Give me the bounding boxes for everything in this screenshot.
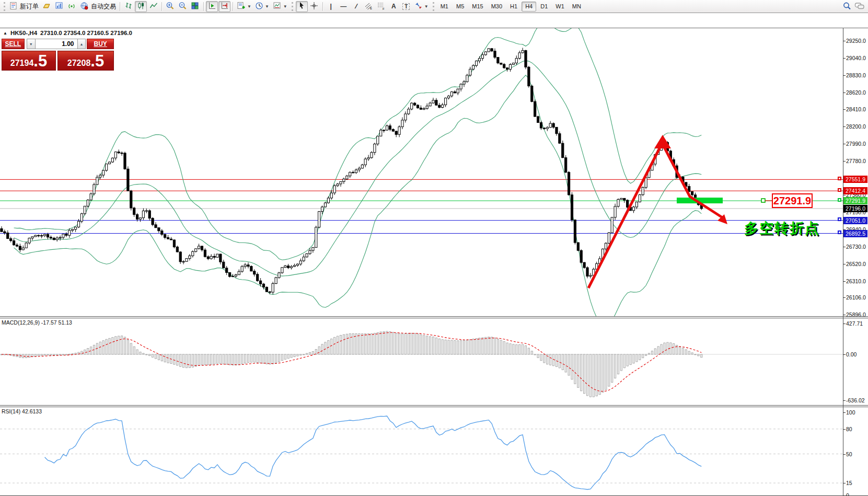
horizontal-line-tool[interactable]: —: [338, 1, 350, 12]
chart-shift-button[interactable]: [218, 1, 230, 12]
sell-price-frac: .5: [33, 53, 47, 69]
level-connector-square[interactable]: [838, 177, 841, 180]
sell-button[interactable]: SELL: [2, 39, 25, 49]
timeframe-h4[interactable]: H4: [522, 2, 536, 11]
timeframe-w1[interactable]: W1: [552, 2, 568, 11]
turning-point-annotation[interactable]: 多空转折点: [744, 219, 820, 238]
level-connector-square[interactable]: [838, 217, 841, 221]
toolbar-grip[interactable]: [292, 2, 293, 11]
toolbar-separator: [203, 2, 204, 11]
candlestick-chart-button[interactable]: [135, 1, 147, 12]
periods-button[interactable]: ▼: [253, 1, 271, 12]
channel-tool[interactable]: E: [363, 1, 375, 12]
chat-icon: [854, 2, 865, 11]
volume-increase-button[interactable]: ▲: [77, 39, 86, 49]
search-button[interactable]: [841, 1, 853, 12]
rsi-tick-label: 15: [846, 480, 852, 486]
zoom-out-icon: [178, 2, 187, 11]
new-order-icon: [9, 2, 18, 11]
ohlc-values: 27310.0 27354.0 27160.5 27196.0: [40, 30, 132, 36]
market-watch-button[interactable]: [41, 1, 53, 12]
macd-tick-label: -636.02: [846, 397, 865, 403]
zoom-out-button[interactable]: [177, 1, 189, 12]
toolbar-separator: [233, 2, 233, 11]
rsi-tick-label: 0: [846, 492, 849, 496]
main-chart[interactable]: [0, 28, 843, 316]
auto-trading-button[interactable]: 自动交易: [78, 1, 118, 12]
symbol-timeframe: HK50-,H4: [10, 30, 37, 36]
toolbar-grip[interactable]: [4, 2, 5, 11]
timeframe-mn[interactable]: MN: [569, 2, 585, 11]
cursor-button[interactable]: [296, 1, 308, 12]
crosshair-icon: [310, 2, 318, 11]
chat-button[interactable]: [853, 1, 866, 12]
volume-input[interactable]: [36, 39, 77, 49]
level-connector-square[interactable]: [838, 188, 841, 192]
line-chart-button[interactable]: [147, 1, 159, 12]
tile-windows-icon: [191, 2, 200, 11]
chart-window: ▲ HK50-,H4 27310.0 27354.0 27160.5 27196…: [0, 14, 868, 496]
price-tick-label: 28200.0: [846, 123, 866, 130]
gold-ingot-icon: [42, 2, 51, 11]
price-annotation-value: 27291.9: [773, 195, 811, 207]
auto-trading-label: 自动交易: [91, 2, 116, 11]
chevron-down-icon: ▼: [265, 4, 269, 9]
trendline-tool[interactable]: /: [350, 1, 362, 12]
timeframe-h1[interactable]: H1: [506, 2, 521, 11]
macd-panel[interactable]: [0, 318, 843, 405]
line-chart-icon: [149, 2, 158, 11]
equidistant-channel-icon: E: [364, 2, 373, 11]
text-tool[interactable]: A: [388, 1, 400, 12]
arrows-tool[interactable]: ▼: [413, 1, 430, 12]
tile-windows-button[interactable]: [189, 1, 201, 12]
trendline-icon: /: [354, 3, 358, 10]
templates-button[interactable]: ▼: [271, 1, 289, 12]
timeframe-d1[interactable]: D1: [537, 2, 551, 11]
rsi-tick-label: 100: [846, 409, 855, 416]
plot-right-border: [843, 28, 843, 495]
price-tick-label: 27990.0: [846, 141, 866, 147]
search-icon: [842, 2, 851, 11]
fibonacci-tool[interactable]: F: [375, 1, 387, 12]
auto-scroll-icon: [208, 2, 216, 11]
buy-price[interactable]: 27208 .5: [57, 51, 114, 71]
bar-chart-button[interactable]: [122, 1, 134, 12]
signals-button[interactable]: [66, 1, 78, 12]
fibonacci-icon: F: [377, 2, 386, 11]
indicators-button[interactable]: ▼: [235, 1, 253, 12]
zoom-in-icon: [166, 2, 175, 11]
new-order-button[interactable]: 新订单: [8, 1, 40, 12]
level-connector-square[interactable]: [838, 230, 841, 234]
price-tick-label: 27780.0: [846, 158, 866, 164]
publish-chart-button[interactable]: [53, 1, 65, 12]
price-tick-label: 26310.0: [846, 278, 866, 284]
macd-label: MACD(12,26,9) -17.57 51.13: [2, 319, 72, 326]
timeframe-m15[interactable]: M15: [468, 2, 487, 11]
vertical-line-tool[interactable]: |: [325, 1, 337, 12]
zoom-in-button[interactable]: [164, 1, 176, 12]
rsi-label: RSI(14) 42.6133: [2, 408, 42, 414]
timeframe-m5[interactable]: M5: [453, 2, 468, 11]
timeframe-m30[interactable]: M30: [488, 2, 506, 11]
sell-price[interactable]: 27194 .5: [2, 51, 56, 71]
timeframe-m1[interactable]: M1: [437, 2, 452, 11]
auto-scroll-button[interactable]: [206, 1, 218, 12]
template-icon: [273, 2, 282, 11]
toolbar: 新订单 自动交易 ▼ ▼: [0, 0, 868, 13]
price-annotation-box[interactable]: 27291.9: [772, 193, 813, 208]
window-collapse-icon[interactable]: ▲: [3, 31, 7, 36]
buy-button[interactable]: BUY: [87, 39, 114, 49]
one-click-trade-panel: SELL ▼ ▲ BUY 27194 .5 27208 .5: [2, 39, 114, 71]
arrow-shapes-icon: [414, 2, 423, 11]
text-label-tool[interactable]: T: [400, 1, 412, 12]
level-connector-square[interactable]: [838, 198, 841, 202]
auto-trading-icon: [80, 2, 89, 11]
price-tick-label: 25896.0: [846, 312, 866, 318]
price-tag: 26892.5: [843, 230, 867, 237]
buy-price-frac: .5: [90, 53, 104, 69]
crosshair-button[interactable]: [308, 1, 320, 12]
volume-decrease-button[interactable]: ▼: [27, 39, 36, 49]
toolbar-grip[interactable]: [433, 2, 434, 11]
chart-title: ▲ HK50-,H4 27310.0 27354.0 27160.5 27196…: [3, 30, 132, 36]
rsi-panel[interactable]: [0, 407, 843, 495]
